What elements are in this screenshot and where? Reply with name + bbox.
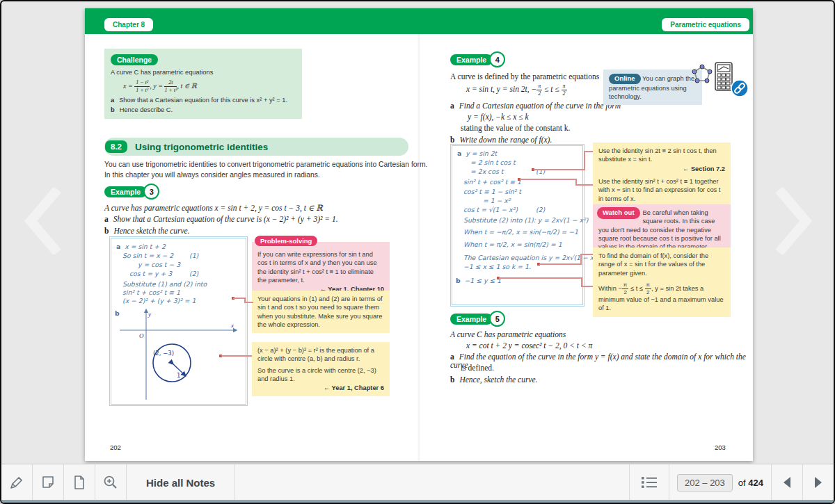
work-line: = 2x cos t — [470, 168, 503, 175]
challenge-part-b: bHence describe C. — [111, 106, 296, 115]
pencil-tool-button[interactable] — [1, 464, 33, 501]
work-line: Substitute (2) into (1): y = 2x√(1 − x²) — [463, 216, 588, 224]
work-line: cos t = √(1 − x²) — [463, 206, 518, 213]
page-indicator: 202 – 203 of 424 — [669, 464, 772, 501]
connector-line — [580, 254, 582, 265]
example-3-part-a: aShow that a Cartesian equation of the c… — [104, 215, 338, 223]
work-part-b-line: b −1 ≤ y ≤ 1 — [456, 277, 501, 284]
sticky-note-button[interactable] — [33, 464, 64, 501]
work-line: cos² t ≡ 1 − sin² t — [463, 188, 521, 195]
zoom-button[interactable] — [95, 464, 127, 501]
section-title: Using trigonometric identities — [135, 142, 268, 152]
challenge-badge: Challenge — [111, 54, 158, 65]
problem-solving-box: If you can write expressions for sin t a… — [252, 242, 390, 298]
margin-note-range: Within −π2 ≤ t ≤ π2, y = sin 2t takes a … — [593, 278, 731, 317]
example-3-part-b: bHence sketch the curve. — [104, 227, 190, 235]
example-5-equation: x = cot t + 2 y = cosec² t − 2, 0 < t < … — [466, 341, 592, 350]
connector-line — [499, 277, 582, 279]
sticky-note-icon — [40, 475, 56, 490]
next-page-button[interactable] — [803, 464, 834, 501]
section-reference: ← Section 7.2 — [598, 165, 725, 173]
bottom-strip — [1, 500, 834, 503]
example-4-part-a2: y = f(x), −k ≤ x ≤ k — [468, 113, 529, 121]
challenge-intro: A curve C has parametric equations — [111, 68, 296, 77]
connector-line — [584, 151, 593, 152]
single-page-view-button[interactable] — [64, 464, 95, 501]
svg-text:(2, −3): (2, −3) — [153, 350, 174, 357]
svg-text:x: x — [230, 322, 234, 329]
book-spread: Chapter 8 Parametric equations Challenge… — [85, 8, 753, 461]
connector-line — [580, 254, 593, 255]
example-5-part-b: bHence, sketch the curve. — [450, 375, 537, 384]
next-page-chevron[interactable] — [772, 188, 816, 254]
example-3-intro: A curve has parametric equations x = sin… — [104, 203, 323, 213]
example-5-badge: Example 5 — [450, 311, 505, 327]
svg-text:y: y — [148, 311, 151, 318]
section-tab: Parametric equations — [662, 18, 749, 31]
connector-line — [221, 355, 252, 357]
example-4-part-a3: stating the value of the constant k. — [461, 124, 570, 132]
margin-note-squaring: Your equations in (1) and (2) are in ter… — [252, 291, 390, 333]
work-line: sin² t + cos² t ≡ 1 — [122, 288, 180, 296]
watch-out-badge: Watch out — [597, 207, 640, 219]
section-heading: 8.2 Using trigonometric identities — [104, 138, 408, 156]
margin-note-identity-pythag: Use the identity sin² t + cos² t ≡ 1 tog… — [593, 173, 731, 207]
online-link-icon[interactable] — [731, 79, 749, 97]
work-line: sin² t + cos² t ≡ 1 — [463, 178, 521, 186]
work-line: When t = −π/2, x = sin(−π/2) = −1 — [463, 228, 578, 236]
example-5-intro: A curve C has parametric equations — [450, 330, 566, 339]
page-spine — [418, 34, 420, 461]
chapter-tab: Chapter 8 — [104, 18, 153, 31]
example-5-part-a: aFind the equation of the curve in the f… — [450, 352, 756, 369]
page-range-input[interactable]: 202 – 203 — [677, 474, 733, 491]
online-badge: Online — [609, 74, 641, 84]
svg-text:O: O — [139, 332, 144, 339]
section-number-badge: 8.2 — [105, 140, 127, 153]
example-4-equation: x = sin t, y = sin 2t, −π2 ≤ t ≤ π2 — [466, 83, 567, 97]
pencil-icon — [9, 475, 24, 490]
next-arrow-icon — [812, 475, 825, 489]
hide-all-notes-button[interactable]: Hide all Notes — [127, 464, 235, 501]
example-4-part-a: aFind a Cartesian equation of the curve … — [450, 101, 621, 110]
work-line: When t = π/2, x = sin(π/2) = 1 — [463, 241, 562, 248]
zoom-in-icon — [102, 474, 119, 491]
previous-page-button[interactable] — [772, 464, 803, 501]
work-line: (x − 2)² + (y + 3)² = 1 — [122, 297, 196, 304]
challenge-box: Challenge A curve C has parametric equat… — [104, 49, 302, 119]
work-eq-number: (2) — [189, 270, 198, 277]
page-icon — [72, 475, 87, 490]
example-4-number: 4 — [489, 51, 505, 67]
margin-note-domain: To find the domain of f(x), consider the… — [593, 247, 731, 282]
toolbar-spacer — [235, 464, 630, 501]
work-line: Substitute (1) and (2) into — [122, 280, 207, 288]
chapter-header-bar: Chapter 8 Parametric equations — [85, 8, 753, 34]
geogebra-icon — [692, 64, 713, 85]
problem-solving-badge: Problem-solving — [255, 236, 317, 246]
connector-line — [584, 151, 585, 170]
connector-line — [244, 302, 253, 303]
connector-line — [233, 298, 245, 299]
example-3-number: 3 — [143, 184, 159, 200]
circle-sketch-graph: y x O (2, −3) 1 — [113, 308, 242, 401]
connector-line — [534, 169, 585, 170]
prev-arrow-icon — [781, 475, 793, 489]
table-of-contents-button[interactable] — [630, 464, 669, 501]
work-line: a x = sin t + 2 — [116, 243, 166, 250]
chapter-reference: ← Year 1, Chapter 6 — [257, 384, 384, 392]
connector-line — [581, 286, 593, 287]
example-5-number: 5 — [489, 311, 505, 327]
challenge-part-a: aShow that a Cartesian equation for this… — [111, 96, 296, 105]
previous-page-chevron[interactable] — [21, 188, 64, 254]
page-number-right: 203 — [715, 444, 726, 451]
work-eq-number: (1) — [189, 252, 198, 259]
work-line: y = cos t − 3 — [138, 261, 180, 268]
work-line: = 1 − x² — [483, 197, 511, 204]
toc-list-icon — [640, 475, 658, 490]
example-5-part-a2: is defined. — [461, 364, 494, 372]
section-body: You can use trigonometric identities to … — [104, 160, 430, 180]
work-line: −1 ≤ x ≤ 1 so k = 1. — [463, 263, 531, 270]
challenge-equation: x = 1 − t²1 + t², y = 2t1 + t², t ∈ ℝ — [123, 80, 296, 93]
work-line: a y = sin 2t — [457, 149, 497, 157]
example-4-part-b: bWrite down the range of f(x). — [450, 136, 552, 144]
margin-note-circle: (x − a)² + (y − b)² = r² is the equation… — [252, 342, 390, 396]
